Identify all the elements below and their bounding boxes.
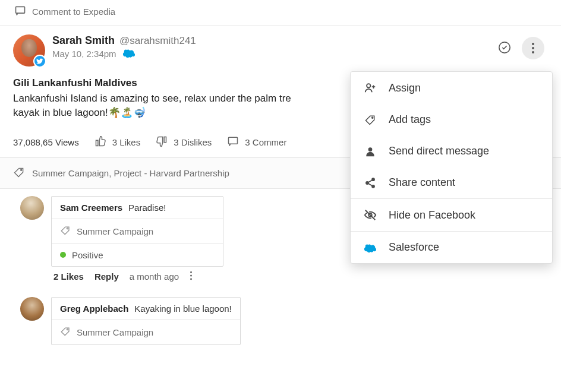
svg-point-11 bbox=[67, 328, 68, 330]
more-options-menu: Assign Add tags Send direct message Shar… bbox=[350, 71, 553, 264]
svg-point-4 bbox=[532, 51, 534, 53]
menu-send-dm[interactable]: Send direct message bbox=[351, 135, 552, 167]
post-header: Sarah Smith @sarahsmith241 May 10, 2:34p… bbox=[0, 26, 561, 67]
salesforce-cloud-icon bbox=[364, 242, 377, 253]
menu-hide-facebook[interactable]: Hide on Facebook bbox=[351, 199, 552, 231]
comment-text: Paradise! bbox=[128, 203, 166, 213]
svg-point-17 bbox=[372, 185, 374, 187]
author-handle[interactable]: @sarahsmith241 bbox=[119, 35, 196, 47]
comment-sentiment: Positive bbox=[72, 250, 103, 260]
menu-assign[interactable]: Assign bbox=[351, 72, 552, 104]
tag-icon bbox=[60, 225, 71, 238]
svg-point-3 bbox=[532, 47, 534, 49]
menu-share[interactable]: Share content bbox=[351, 167, 552, 198]
assign-icon bbox=[364, 81, 377, 94]
twitter-badge-icon bbox=[33, 55, 46, 68]
comment-tag[interactable]: Summer Campaign bbox=[77, 226, 153, 236]
comment-tag[interactable]: Summer Campaign bbox=[77, 327, 153, 337]
post-timestamp: May 10, 2:34pm bbox=[52, 49, 116, 59]
hide-icon bbox=[364, 208, 377, 222]
svg-point-6 bbox=[21, 169, 22, 170]
dislikes-stat[interactable]: 3 Dislikes bbox=[156, 135, 212, 149]
svg-point-9 bbox=[190, 274, 192, 276]
svg-point-2 bbox=[532, 43, 534, 45]
comment-icon bbox=[227, 135, 239, 149]
menu-add-tags[interactable]: Add tags bbox=[351, 104, 552, 135]
svg-point-13 bbox=[372, 117, 373, 118]
comment-item: Greg Applebach Kayaking in blue lagoon! … bbox=[20, 297, 548, 345]
menu-salesforce[interactable]: Salesforce bbox=[351, 232, 552, 263]
author-avatar[interactable] bbox=[13, 34, 45, 67]
share-icon bbox=[364, 177, 377, 189]
sentiment-positive-icon bbox=[60, 252, 66, 258]
topbar: Comment to Expedia bbox=[0, 0, 561, 26]
tag-icon bbox=[60, 326, 71, 339]
svg-point-14 bbox=[368, 147, 373, 151]
svg-point-12 bbox=[367, 84, 370, 87]
comment-author[interactable]: Sam Creemers bbox=[60, 203, 122, 213]
comment-card: Sam Creemers Paradise! Summer Campaign P… bbox=[51, 196, 223, 267]
views-count: 37,088,65 Views bbox=[13, 137, 79, 147]
comment-icon bbox=[14, 5, 26, 18]
comment-avatar[interactable] bbox=[20, 196, 44, 220]
person-icon bbox=[364, 146, 377, 157]
svg-rect-0 bbox=[16, 7, 25, 13]
more-options-button[interactable] bbox=[522, 37, 544, 59]
thumbs-up-icon bbox=[94, 135, 106, 149]
author-block: Sarah Smith @sarahsmith241 May 10, 2:34p… bbox=[52, 34, 196, 59]
likes-stat[interactable]: 3 Likes bbox=[94, 135, 141, 149]
svg-rect-5 bbox=[229, 137, 238, 144]
check-circle-icon[interactable] bbox=[498, 41, 511, 56]
comment-reply-button[interactable]: Reply bbox=[94, 271, 119, 282]
comment-avatar[interactable] bbox=[20, 297, 44, 321]
svg-point-8 bbox=[190, 271, 192, 273]
salesforce-cloud-icon bbox=[122, 48, 135, 59]
svg-point-10 bbox=[190, 278, 192, 280]
svg-point-7 bbox=[67, 227, 68, 229]
comments-stat[interactable]: 3 Commer bbox=[227, 135, 286, 149]
comment-likes[interactable]: 2 Likes bbox=[53, 271, 84, 282]
comment-card: Greg Applebach Kayaking in blue lagoon! … bbox=[51, 297, 241, 345]
comment-author[interactable]: Greg Applebach bbox=[60, 304, 128, 314]
thumbs-down-icon bbox=[156, 135, 168, 149]
tag-icon bbox=[364, 114, 377, 126]
svg-point-16 bbox=[366, 181, 368, 184]
comment-time: a month ago bbox=[130, 271, 179, 282]
comment-footer: 2 Likes Reply a month ago bbox=[51, 267, 223, 290]
author-name[interactable]: Sarah Smith bbox=[52, 34, 115, 47]
comment-text: Kayaking in blue lagoon! bbox=[134, 304, 231, 314]
tag-icon bbox=[13, 166, 25, 180]
svg-point-15 bbox=[372, 178, 374, 181]
post-tags-text: Summer Campaign, Project - Harvard Partn… bbox=[32, 168, 229, 178]
comment-more-icon[interactable] bbox=[190, 270, 193, 283]
topbar-label: Comment to Expedia bbox=[32, 7, 115, 17]
